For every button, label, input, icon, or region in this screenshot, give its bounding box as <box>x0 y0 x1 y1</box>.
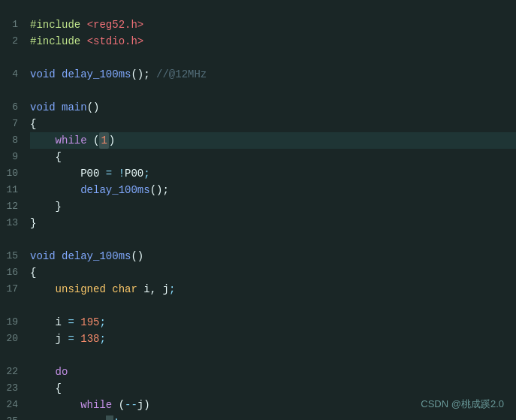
code-line: ; <box>30 413 516 420</box>
code-line: unsigned char i , j ; <box>30 281 516 298</box>
code-line: { <box>30 264 516 281</box>
preprocessor: #include <box>30 33 80 50</box>
include-file: <reg52.h> <box>87 17 144 33</box>
function-call: delay_100ms <box>80 182 149 198</box>
code-line <box>30 231 516 248</box>
code-line <box>30 347 516 364</box>
code-line: #include <stdio.h> <box>30 33 516 50</box>
code-line: { <box>30 149 516 165</box>
comment: //@12MHz <box>156 66 207 83</box>
code-line <box>30 298 516 314</box>
code-line: do <box>30 364 516 380</box>
code-line <box>30 0 516 17</box>
include-file: <stdio.h> <box>87 33 144 50</box>
function-name: main <box>62 99 87 116</box>
operator: = <box>106 165 112 182</box>
code-line: { <box>30 380 516 397</box>
code-line-while: while (1) <box>30 132 516 149</box>
watermark: CSDN @桃成蹊2.0 <box>421 397 504 411</box>
variable: P00 <box>80 165 99 182</box>
code-line: void delay_100ms (); //@12MHz <box>30 66 516 83</box>
cursor-box <box>106 415 113 420</box>
keyword-do: do <box>56 364 68 380</box>
code-line: void delay_100ms () <box>30 248 516 264</box>
code-line: delay_100ms (); <box>30 182 516 198</box>
keyword-void: void <box>30 248 56 264</box>
keyword-while: while <box>80 397 112 413</box>
code-line: P00 = !P00; <box>30 165 516 182</box>
keyword-void: void <box>30 99 56 116</box>
code-content: #include <reg52.h> #include <stdio.h> vo… <box>24 0 516 420</box>
type-keyword: unsigned <box>56 281 106 298</box>
function-name: delay_100ms <box>62 66 131 83</box>
preprocessor: #include <box>30 17 80 33</box>
keyword-while: while <box>56 132 87 149</box>
line-numbers: 1 2 4 6 7 8 9 10 11 12 13 15 16 17 19 20… <box>0 0 24 420</box>
code-line: } <box>30 215 516 231</box>
function-name: delay_100ms <box>62 248 131 264</box>
code-line: #include <reg52.h> <box>30 17 516 33</box>
code-line: { <box>30 116 516 132</box>
code-line: void main () <box>30 99 516 116</box>
code-line: i = 195 ; <box>30 314 516 331</box>
keyword-void: void <box>30 66 56 83</box>
type-keyword: char <box>112 281 137 298</box>
code-line: } <box>30 198 516 215</box>
code-editor: 1 2 4 6 7 8 9 10 11 12 13 15 16 17 19 20… <box>0 0 516 420</box>
code-line: j = 138 ; <box>30 331 516 347</box>
code-line <box>30 50 516 66</box>
code-line <box>30 83 516 99</box>
